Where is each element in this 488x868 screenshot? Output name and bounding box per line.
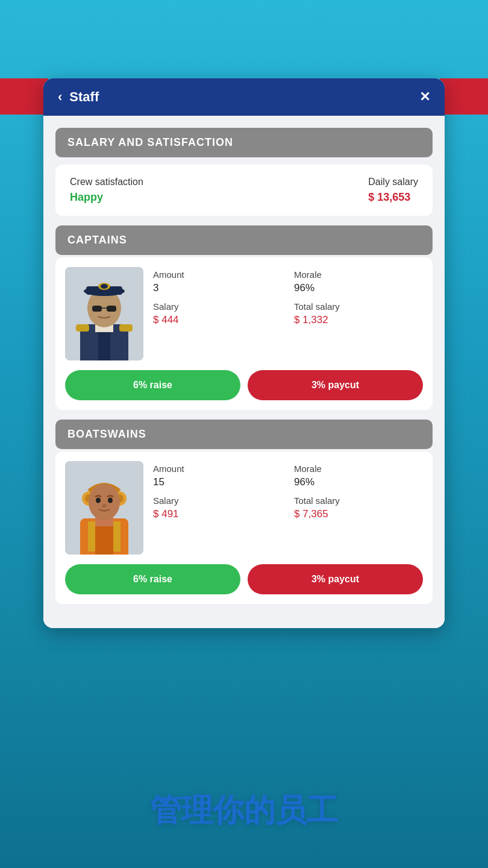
boatswains-info: Amount 15 Morale 96% Salary $ 491 Tota [153,461,423,520]
captain-total-salary-label: Total salary [294,301,423,312]
svg-point-27 [108,498,113,503]
captain-salary-label: Salary [153,301,282,312]
captain-morale-label: Morale [294,269,423,280]
salary-section-header: SALARY AND SATISFACTION [55,128,433,157]
daily-salary-value: $ 13,653 [368,191,418,204]
boatswain-total-salary-label: Total salary [294,495,423,506]
svg-point-10 [101,284,108,289]
boatswain-amount-label: Amount [153,464,282,474]
boatswain-amount-value: 15 [153,476,282,488]
boatswain-avatar [65,461,143,555]
crew-satisfaction-label: Crew satisfaction [70,177,143,187]
captain-total-salary-value: $ 1,332 [294,314,423,326]
captain-total-salary-col: Total salary $ 1,332 [294,301,423,326]
captains-section: CAPTAINS [55,225,433,410]
svg-point-25 [89,484,120,520]
daily-salary-label: Daily salary [368,177,418,187]
boatswain-paycut-button[interactable]: 3% paycut [248,564,423,594]
red-stripe-left [0,78,48,115]
boatswains-section: BOATSWAINS [55,420,433,604]
bottom-text: 管理你的员工 [0,790,488,832]
daily-salary-col: Daily salary $ 13,653 [368,177,418,204]
svg-rect-11 [92,306,102,312]
crew-satisfaction-col: Crew satisfaction Happy [70,177,143,204]
captains-card: Amount 3 Morale 96% Salary $ 444 Total [55,257,433,410]
svg-rect-3 [76,324,89,332]
captain-salary-col: Salary $ 444 [153,301,282,326]
boatswain-salary-value: $ 491 [153,508,282,520]
svg-rect-12 [107,306,116,312]
boatswain-total-salary-col: Total salary $ 7,365 [294,495,423,520]
boatswains-section-header: BOATSWAINS [55,420,433,449]
svg-rect-18 [113,521,120,552]
close-button[interactable]: ✕ [419,89,430,105]
captain-amount-col: Amount 3 [153,269,282,294]
captains-info: Amount 3 Morale 96% Salary $ 444 Total [153,267,423,326]
svg-rect-4 [119,324,133,332]
svg-rect-17 [88,521,95,552]
captains-row: Amount 3 Morale 96% Salary $ 444 Total [65,267,423,360]
header-left: ‹ Staff [58,89,99,105]
captains-section-header: CAPTAINS [55,225,433,255]
boatswain-morale-label: Morale [294,464,423,474]
salary-card: Crew satisfaction Happy Daily salary $ 1… [55,165,433,216]
boatswains-row: Amount 15 Morale 96% Salary $ 491 Tota [65,461,423,555]
svg-point-28 [102,504,107,508]
header-title: Staff [69,89,99,105]
boatswain-amount-col: Amount 15 [153,464,282,488]
captain-morale-value: 96% [294,282,423,294]
captains-btn-row: 6% raise 3% paycut [65,370,423,400]
svg-point-26 [96,498,101,503]
staff-modal: ‹ Staff ✕ SALARY AND SATISFACTION Crew s… [43,78,445,628]
modal-header: ‹ Staff ✕ [43,78,445,116]
captain-salary-value: $ 444 [153,314,282,326]
captain-amount-value: 3 [153,282,282,294]
boatswains-card: Amount 15 Morale 96% Salary $ 491 Tota [55,451,433,604]
boatswains-btn-row: 6% raise 3% paycut [65,564,423,594]
crew-satisfaction-value: Happy [70,191,143,204]
red-stripe-right [440,78,488,115]
boatswain-salary-col: Salary $ 491 [153,495,282,520]
boatswain-morale-value: 96% [294,476,423,488]
modal-body: SALARY AND SATISFACTION Crew satisfactio… [43,116,445,628]
boatswain-morale-col: Morale 96% [294,464,423,488]
captain-amount-label: Amount [153,269,282,280]
back-button[interactable]: ‹ [58,89,62,105]
boatswain-salary-label: Salary [153,495,282,506]
boatswain-raise-button[interactable]: 6% raise [65,564,240,594]
boatswain-total-salary-value: $ 7,365 [294,508,423,520]
captain-raise-button[interactable]: 6% raise [65,370,240,400]
captain-paycut-button[interactable]: 3% paycut [248,370,423,400]
captain-morale-col: Morale 96% [294,269,423,294]
captain-avatar [65,267,143,360]
